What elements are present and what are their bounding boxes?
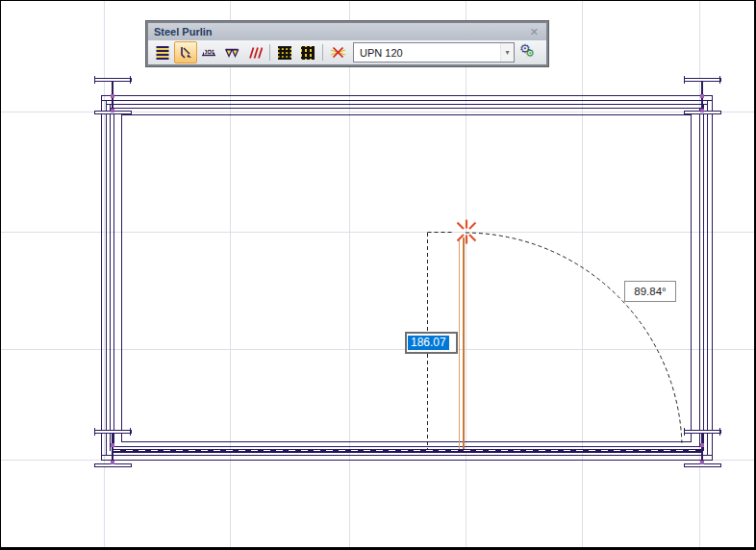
snap-handles [111,94,704,464]
gear-icon: ⚙ [525,47,535,60]
rubber-band-line [460,238,465,449]
purlin-span-icon [201,45,216,61]
frame-beams [101,95,713,461]
create-purlin-button[interactable] [174,41,197,63]
toolbar-icon-row: UPN 120 ▾ ⚙ ⚙ [148,40,546,64]
angle-arc [466,233,682,443]
snap-cross-icon [330,44,346,61]
purlin-array-icon [155,45,170,61]
truss-web-icon [224,45,239,61]
toolbar-titlebar[interactable]: Steel Purlin ✕ [148,23,546,40]
mesh-coarse-button[interactable] [296,41,319,63]
corner-columns [94,76,720,467]
toolbar-separator [322,44,323,61]
truss-web-button[interactable] [220,41,243,63]
toolbar-title: Steel Purlin [154,26,528,38]
diagonal-members-icon [247,45,263,61]
mesh-dense-icon [277,45,292,61]
close-icon[interactable]: ✕ [528,27,541,38]
create-purlin-icon [178,45,193,61]
mesh-dense-button[interactable] [273,41,296,63]
toolbar-separator [269,44,270,61]
profile-dropdown[interactable]: UPN 120 ▾ [353,42,515,62]
purlin-span-button[interactable] [197,41,220,63]
purlin-array-button[interactable] [151,41,174,63]
dimension-selected-text: 186.07 [408,336,449,350]
snap-cross-button[interactable] [326,41,349,63]
autodefaults-gears-button[interactable]: ⚙ ⚙ [519,43,539,62]
steel-purlin-toolbar: Steel Purlin ✕ [146,21,548,66]
angle-readout: 89.84° [624,281,676,302]
dimension-input[interactable]: 186.07 [405,332,458,354]
diagonal-members-button[interactable] [243,41,266,63]
chevron-down-icon[interactable]: ▾ [500,43,514,62]
drawing-canvas[interactable] [1,1,756,550]
profile-dropdown-value: UPN 120 [354,47,500,59]
application-window: Steel Purlin ✕ [0,0,756,550]
mesh-coarse-icon [300,45,315,61]
